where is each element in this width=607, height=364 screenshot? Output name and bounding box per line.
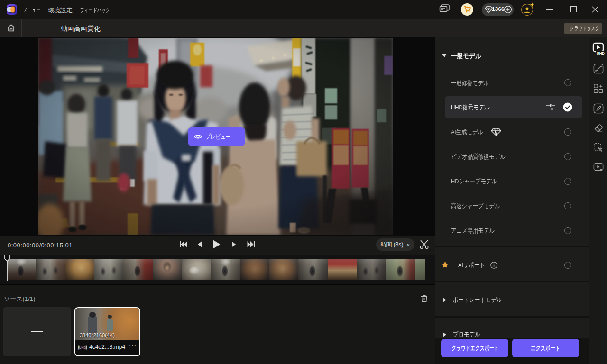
- svg-text:UHD: UHD: [597, 51, 605, 55]
